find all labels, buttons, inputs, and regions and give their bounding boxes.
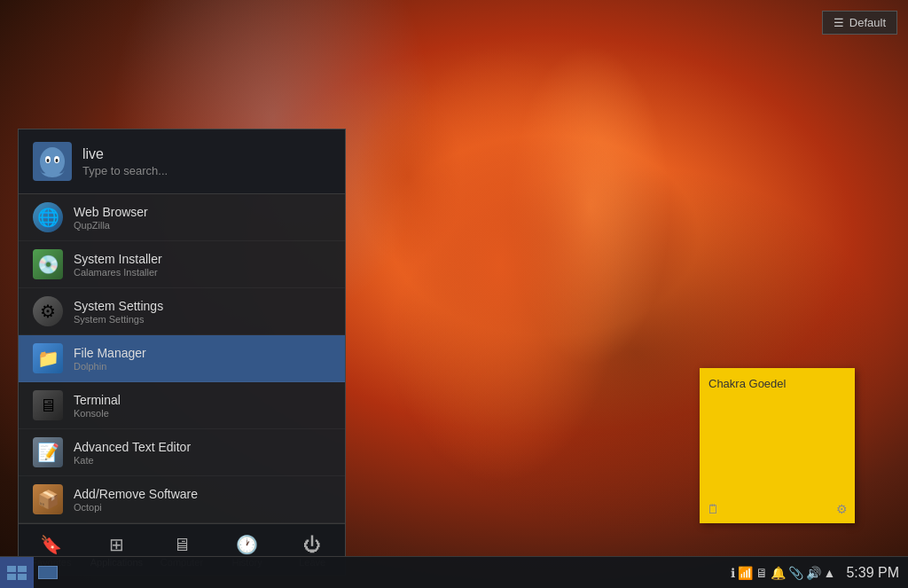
menu-lines-icon: ☰ <box>834 16 844 29</box>
sticky-note-icon-right[interactable]: ⚙ <box>836 502 848 516</box>
file-manager-text: File ManagerDolphin <box>74 346 146 372</box>
desktop: ☰ Default Chakra Goedel 🗒 ⚙ li <box>0 0 908 588</box>
svg-point-0 <box>40 147 65 176</box>
menu-item-sys-settings[interactable]: ⚙System SettingsSystem Settings <box>19 288 345 335</box>
web-browser-sub: QupZilla <box>74 220 148 231</box>
text-editor-text: Advanced Text EditorKate <box>74 440 191 466</box>
sticky-note-icon-left[interactable]: 🗒 <box>707 502 719 516</box>
taskbar-clip-icon[interactable]: 📎 <box>788 566 803 580</box>
menu-header: live Type to search... <box>19 129 345 194</box>
sys-settings-text: System SettingsSystem Settings <box>74 299 163 325</box>
svg-rect-5 <box>7 566 16 572</box>
taskbar-system-icons: ℹ 📶 🖥 🔔 📎 🔊 ▲ <box>731 566 836 580</box>
taskbar-display-icon[interactable]: 🖥 <box>755 566 768 580</box>
default-label: Default <box>849 16 886 29</box>
taskbar-network-icon[interactable]: 📶 <box>738 566 753 580</box>
menu-item-web-browser[interactable]: 🌐Web BrowserQupZilla <box>19 194 345 241</box>
add-remove-icon: 📦 <box>33 484 63 514</box>
taskbar-time: 5:39 PM <box>846 565 899 581</box>
sys-settings-icon: ⚙ <box>33 296 63 326</box>
svg-rect-8 <box>18 574 27 580</box>
taskbar-left <box>0 557 62 588</box>
menu-tab-computer-icon: 🖥 <box>173 536 191 553</box>
menu-avatar <box>33 142 72 181</box>
text-editor-name: Advanced Text Editor <box>74 440 191 454</box>
terminal-text: TerminalKonsole <box>74 393 121 419</box>
sys-settings-name: System Settings <box>74 299 163 313</box>
text-editor-icon: 📝 <box>33 437 63 467</box>
default-button[interactable]: ☰ Default <box>822 11 897 35</box>
menu-tab-history-icon: 🕐 <box>236 536 258 553</box>
terminal-sub: Konsole <box>74 408 121 419</box>
menu-tab-applications-icon: ⊞ <box>109 536 124 553</box>
taskbar-window-button[interactable] <box>34 557 62 589</box>
menu-item-sys-installer[interactable]: 💿System InstallerCalamares Installer <box>19 241 345 288</box>
terminal-icon: 🖥 <box>33 390 63 420</box>
sys-installer-name: System Installer <box>74 252 162 266</box>
web-browser-text: Web BrowserQupZilla <box>74 205 148 231</box>
menu-username: live <box>82 146 168 162</box>
svg-point-3 <box>47 159 50 162</box>
taskbar-applet[interactable] <box>0 557 34 589</box>
avatar-icon <box>36 145 68 177</box>
sticky-note-title: Chakra Goedel <box>708 377 846 390</box>
web-browser-name: Web Browser <box>74 205 148 219</box>
text-editor-sub: Kate <box>74 455 191 466</box>
menu-item-terminal[interactable]: 🖥TerminalKonsole <box>19 382 345 429</box>
sys-installer-text: System InstallerCalamares Installer <box>74 252 162 278</box>
file-manager-icon: 📁 <box>33 343 63 373</box>
sys-installer-sub: Calamares Installer <box>74 267 162 278</box>
sys-installer-icon: 💿 <box>33 249 63 279</box>
menu-item-add-remove[interactable]: 📦Add/Remove SoftwareOctopi <box>19 476 345 523</box>
sys-settings-sub: System Settings <box>74 314 163 325</box>
taskbar-info-icon[interactable]: ℹ <box>731 566 735 580</box>
taskbar-alert-icon[interactable]: 🔔 <box>771 566 786 580</box>
sticky-note: Chakra Goedel 🗒 ⚙ <box>700 368 855 523</box>
web-browser-icon: 🌐 <box>33 202 63 232</box>
file-manager-name: File Manager <box>74 346 146 360</box>
add-remove-text: Add/Remove SoftwareOctopi <box>74 487 198 513</box>
menu-tab-favorites-icon: 🔖 <box>40 536 62 553</box>
taskbar-right: ℹ 📶 🖥 🔔 📎 🔊 ▲ 5:39 PM <box>731 565 908 581</box>
add-remove-sub: Octopi <box>74 502 198 513</box>
taskbar: ℹ 📶 🖥 🔔 📎 🔊 ▲ 5:39 PM <box>0 556 908 588</box>
taskbar-arrow-icon[interactable]: ▲ <box>824 566 836 580</box>
menu-items-list: 🌐Web BrowserQupZilla💿System InstallerCal… <box>19 194 345 523</box>
menu-tab-leave-icon: ⏻ <box>303 536 321 553</box>
taskbar-grid-icon <box>7 566 27 580</box>
menu-item-text-editor[interactable]: 📝Advanced Text EditorKate <box>19 429 345 476</box>
svg-point-4 <box>56 159 59 162</box>
app-menu: live Type to search... 🌐Web BrowserQupZi… <box>18 129 346 576</box>
file-manager-sub: Dolphin <box>74 361 146 372</box>
svg-rect-7 <box>7 574 16 580</box>
terminal-name: Terminal <box>74 393 121 407</box>
taskbar-window-thumb <box>38 566 58 579</box>
menu-item-file-manager[interactable]: 📁File ManagerDolphin <box>19 335 345 382</box>
add-remove-name: Add/Remove Software <box>74 487 198 501</box>
menu-user-info: live Type to search... <box>82 146 168 177</box>
svg-rect-6 <box>18 566 27 572</box>
menu-search-hint[interactable]: Type to search... <box>82 164 168 177</box>
taskbar-volume-icon[interactable]: 🔊 <box>806 566 821 580</box>
